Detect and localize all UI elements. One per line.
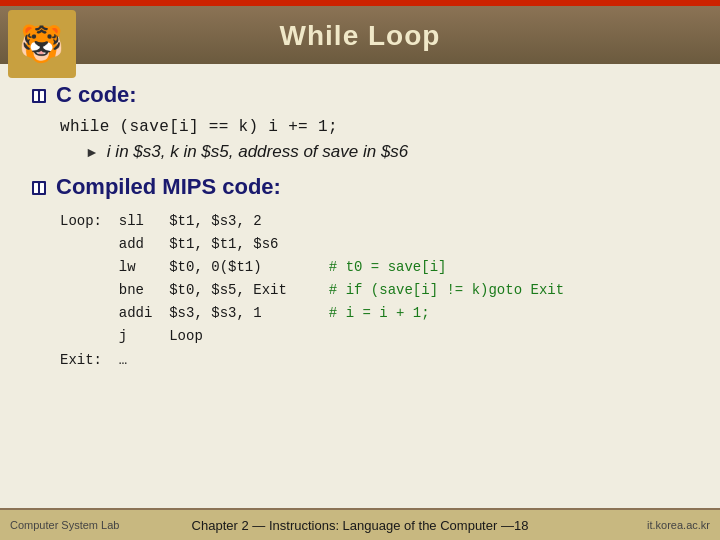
svg-rect-2 [40,91,44,101]
c-code-heading: C code: [56,82,137,108]
mips-line-4: bne $t0, $s5, Exit # if (save[i] != k)go… [60,279,690,302]
c-code-title: C code: [30,82,690,108]
footer-center-text: Chapter 2 — Instructions: Language of th… [192,518,529,533]
mips-label-2: add $t1, $t1, $s6 [60,233,278,256]
mips-instr-6: j Loop [60,325,203,348]
mips-comment-5: # i = i + 1; [329,302,430,325]
bullet-text: i in $s3, k in $s5, address of save in $… [107,142,408,162]
book-icon [30,87,48,105]
mips-line-6: j Loop [60,325,690,348]
tiger-emoji: 🐯 [19,23,65,65]
mips-instr-5: addi $s3, $s3, 1 [60,302,329,325]
mips-title: Compiled MIPS code: [30,174,690,200]
mips-line-5: addi $s3, $s3, 1 # i = i + 1; [60,302,690,325]
svg-rect-4 [34,183,38,193]
mips-line-1: Loop: sll $t1, $s3, 2 [60,210,690,233]
footer-right-text: it.korea.ac.kr [647,519,710,531]
bullet-item: ► i in $s3, k in $s5, address of save in… [85,142,690,162]
svg-rect-1 [34,91,38,101]
bullet-arrow-icon: ► [85,144,99,160]
page-footer: Computer System Lab Chapter 2 — Instruct… [0,508,720,540]
tiger-logo: 🐯 [8,10,76,78]
book-icon-2 [30,179,48,197]
mips-line-7: Exit: … [60,349,690,372]
mips-comment-3: # t0 = save[i] [329,256,447,279]
page-header: 🐯 While Loop [0,6,720,64]
mips-code-block: Loop: sll $t1, $s3, 2 add $t1, $t1, $s6 … [60,210,690,372]
mips-instr-4: bne $t0, $s5, Exit [60,279,329,302]
c-code-section: C code: while (save[i] == k) i += 1; ► i… [30,82,690,162]
mips-section: Compiled MIPS code: Loop: sll $t1, $s3, … [30,174,690,372]
mips-line-2: add $t1, $t1, $s6 [60,233,690,256]
mips-comment-4: # if (save[i] != k)goto Exit [329,279,564,302]
mips-label-1: Loop: sll $t1, $s3, 2 [60,210,262,233]
page-title: While Loop [280,20,441,51]
footer-left-text: Computer System Lab [10,519,119,531]
main-content: C code: while (save[i] == k) i += 1; ► i… [0,64,720,382]
mips-heading: Compiled MIPS code: [56,174,281,200]
mips-label-exit: Exit: … [60,349,127,372]
while-code: while (save[i] == k) i += 1; [60,118,690,136]
svg-rect-5 [40,183,44,193]
mips-instr-3: lw $t0, 0($t1) [60,256,329,279]
mips-line-3: lw $t0, 0($t1) # t0 = save[i] [60,256,690,279]
